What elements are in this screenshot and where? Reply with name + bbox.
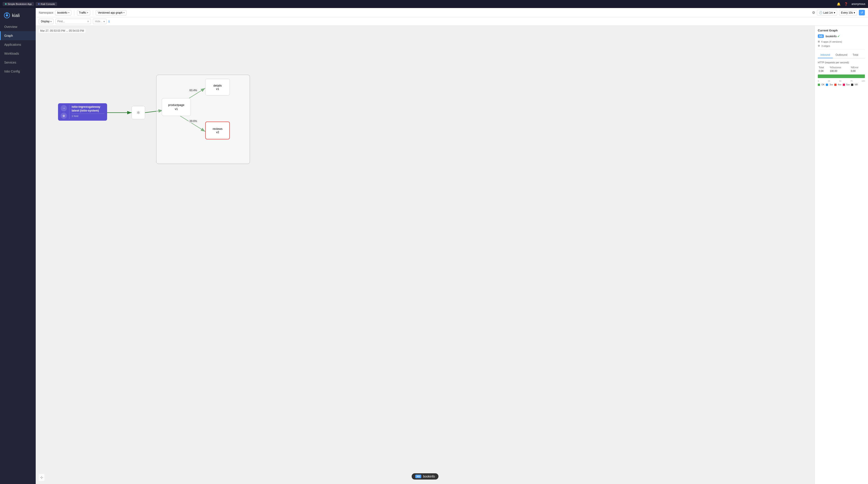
- app-tab[interactable]: Simple Bookstore App: [3, 2, 34, 6]
- sidebar-item-workloads[interactable]: Workloads: [0, 49, 36, 58]
- productpage-label: productpagev1: [168, 103, 184, 111]
- sidebar-item-graph-label: Graph: [4, 34, 13, 37]
- gateway-icons: → ⊕: [61, 105, 69, 119]
- sidebar-item-istio-config-label: Istio Config: [4, 70, 20, 73]
- move-icon[interactable]: ⊹: [39, 474, 44, 481]
- legend-4xx-dot: [834, 84, 837, 86]
- time-caret: ▾: [834, 11, 835, 14]
- chart-bar-container: [818, 74, 865, 78]
- tab-outbound[interactable]: Outbound: [833, 52, 850, 58]
- sidebar: kiali Overview Graph Applications Worklo…: [0, 8, 36, 484]
- hide-placeholder: Hide...: [95, 20, 103, 23]
- panel-title: Current Graph: [818, 29, 865, 32]
- scatter-icon: ⚛: [136, 110, 141, 115]
- sidebar-item-graph[interactable]: Graph: [0, 31, 36, 40]
- edge-label-details: 60.4%: [189, 89, 198, 92]
- sidebar-item-applications[interactable]: Applications: [0, 40, 36, 49]
- chart-axis: 0 25 50 75 100: [818, 80, 865, 82]
- tab-inbound[interactable]: Inbound: [818, 52, 833, 58]
- edge-label-reviews: 39.6%: [189, 119, 198, 123]
- settings-icon[interactable]: ⚙: [812, 10, 815, 15]
- graph-timestamp: Mar 27, 05:53:03 PM ... 05:54:03 PM: [39, 29, 86, 33]
- table-row: 0.04 100.00 0.00: [818, 69, 865, 73]
- col-success: %Success: [829, 66, 850, 69]
- toolbar-sep2: [93, 10, 93, 15]
- legend-nr-label: NR: [855, 84, 858, 86]
- display-select[interactable]: Display ▾: [39, 19, 54, 24]
- display-label: Display: [41, 20, 50, 23]
- legend-nr-dot: [851, 84, 853, 86]
- namespace-group: Namespace: bookinfo ▾: [39, 10, 71, 15]
- ns-badge-label: NS: [415, 475, 421, 478]
- axis-75: 75: [850, 80, 852, 82]
- app-layout: kiali Overview Graph Applications Worklo…: [0, 8, 868, 484]
- legend-ok-label: OK: [822, 84, 825, 86]
- panel-ns-name: bookinfo ✔: [826, 35, 840, 38]
- check-icon: ✔: [837, 35, 840, 38]
- info-icon[interactable]: ℹ: [108, 20, 110, 23]
- sidebar-item-overview-label: Overview: [4, 25, 17, 29]
- sidebar-item-services-label: Services: [4, 61, 16, 64]
- chart-legend: OK 3xx 4xx 5xx NR: [818, 84, 865, 86]
- sidebar-item-overview[interactable]: Overview: [0, 22, 36, 31]
- clock-icon: 🕐: [819, 11, 823, 14]
- sidebar-logo: kiali: [0, 10, 36, 22]
- interval-value: Every 10s: [841, 11, 853, 14]
- apps-info: 4 apps (4 versions): [821, 40, 842, 43]
- sidebar-item-workloads-label: Workloads: [4, 52, 19, 55]
- axis-50: 50: [839, 80, 841, 82]
- refresh-button[interactable]: ↺: [859, 10, 865, 15]
- namespace-select[interactable]: bookinfo ▾: [55, 10, 71, 15]
- find-input-wrapper: ✕: [55, 19, 91, 24]
- apps-meta-icon: ⊞: [818, 40, 820, 43]
- reviews-label: reviewsv2: [213, 127, 222, 134]
- find-clear-icon[interactable]: ✕: [87, 20, 89, 23]
- toolbar-sep1: [74, 10, 74, 15]
- console-tab-dot: [38, 3, 40, 5]
- chart-bar-ok: [818, 74, 865, 78]
- sidebar-item-istio-config[interactable]: Istio Config: [0, 67, 36, 76]
- axis-0: 0: [818, 80, 819, 82]
- legend-5xx-label: 5xx: [846, 84, 850, 86]
- panel-ns-badge: NS: [818, 34, 824, 38]
- bookinfo-cluster: [156, 75, 250, 164]
- legend-ok-dot: [818, 84, 820, 86]
- gateway-title: istio-ingressgateway latest (istio-syste…: [72, 105, 104, 112]
- topbar-right: 🔔 ❓ anonymous: [837, 2, 865, 6]
- graph-canvas[interactable]: Mar 27, 05:53:03 PM ... 05:54:03 PM: [36, 26, 814, 484]
- val-error: 0.00: [850, 69, 865, 73]
- find-input[interactable]: [57, 20, 86, 23]
- time-range-select[interactable]: 🕐 Last 1m ▾: [817, 10, 837, 15]
- panel-divider: [818, 50, 865, 50]
- console-tab[interactable]: Kiali Console: [36, 2, 57, 6]
- details-label: detailsv1: [213, 84, 222, 91]
- toolbar-row2: Display ▾ ✕ Hide... ▾ ℹ: [36, 18, 868, 26]
- tab-total[interactable]: Total: [850, 52, 861, 58]
- gateway-content: istio-ingressgateway latest (istio-syste…: [72, 105, 104, 119]
- kiali-logo-icon: [4, 12, 10, 19]
- traffic-select[interactable]: Traffic ▾: [77, 10, 90, 15]
- val-success: 100.00: [829, 69, 850, 73]
- panel-ns-row: NS bookinfo ✔: [818, 34, 865, 38]
- edges-layer: [36, 26, 814, 484]
- help-icon[interactable]: ❓: [844, 2, 848, 6]
- productpage-node[interactable]: productpagev1: [162, 98, 191, 116]
- bell-icon[interactable]: 🔔: [837, 2, 841, 6]
- axis-25: 25: [828, 80, 830, 82]
- gateway-node[interactable]: → ⊕ istio-ingressgateway latest (istio-s…: [58, 103, 107, 121]
- console-tab-label: Kiali Console: [41, 3, 55, 5]
- col-error: %Error: [850, 66, 865, 69]
- graph-type-select[interactable]: Versioned app graph ▾: [96, 10, 126, 15]
- interval-select[interactable]: Every 10s ▾: [839, 10, 857, 15]
- kiali-logo-text: kiali: [12, 13, 20, 18]
- scatter-node[interactable]: ⚛: [132, 106, 145, 119]
- sidebar-item-services[interactable]: Services: [0, 58, 36, 67]
- panel-tabs: Inbound Outbound Total: [818, 52, 865, 58]
- hide-select[interactable]: Hide... ▾: [93, 19, 107, 24]
- ns-badge-name: bookinfo: [423, 475, 435, 478]
- graph-type-caret: ▾: [123, 11, 125, 14]
- right-panel: Current Graph NS bookinfo ✔ ⊞ 4 apps (4 …: [814, 26, 868, 484]
- reviews-node[interactable]: reviewsv2: [205, 122, 230, 139]
- namespace-label: Namespace:: [39, 11, 54, 14]
- details-node[interactable]: detailsv1: [205, 79, 230, 95]
